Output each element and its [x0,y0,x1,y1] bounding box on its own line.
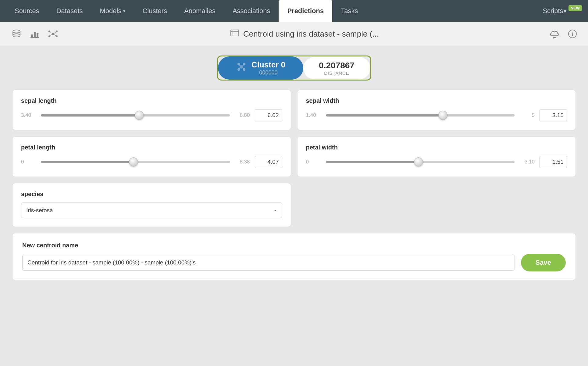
petal-width-thumb[interactable] [414,157,423,167]
svg-point-25 [240,65,243,69]
toolbar-cloud-icon[interactable] [548,27,561,40]
nav-item-datasets[interactable]: Datasets [48,0,91,22]
svg-line-33 [243,67,243,69]
sepal-length-card: sepal length 3.40 8.80 [12,90,291,130]
sepal-length-min: 3.40 [21,112,36,118]
svg-line-14 [50,34,52,36]
nav-item-clusters[interactable]: Clusters [134,0,176,22]
sepal-length-max: 8.80 [235,112,250,118]
distance-value: 0.207867 [315,61,358,70]
svg-point-8 [48,30,50,32]
nav-item-sources[interactable]: Sources [6,0,48,22]
toolbar-title: Centroid using iris dataset - sample (..… [60,28,548,40]
sepal-length-thumb[interactable] [135,111,144,120]
svg-point-7 [52,33,54,35]
save-button[interactable]: Save [521,254,566,271]
toolbar-title-icon [230,28,240,40]
nav-item-predictions[interactable]: Predictions [279,0,332,22]
petal-length-max: 8.38 [235,159,250,165]
toolbar-icons [9,27,60,41]
svg-line-15 [54,34,56,36]
cluster-pill[interactable]: Cluster 0 000000 [218,56,303,80]
centroid-title: New centroid name [22,242,566,249]
nav-item-anomalies[interactable]: Anomalies [176,0,224,22]
svg-rect-16 [231,30,239,36]
models-dropdown-arrow: ▾ [123,9,125,13]
svg-rect-5 [37,33,38,38]
new-badge: NEW [568,5,582,11]
nav-item-tasks[interactable]: Tasks [332,0,366,22]
distance-label: DISTANCE [315,70,358,76]
svg-rect-4 [34,32,36,38]
sepal-width-card: sepal width 1.40 5 [297,90,576,130]
petal-length-label: petal length [21,144,282,151]
svg-point-29 [243,68,245,71]
toolbar-title-text: Centroid using iris dataset - sample (..… [243,29,379,39]
svg-point-28 [237,68,240,71]
distance-pill: 0.207867 DISTANCE [303,57,370,79]
cluster-text: Cluster 0 000000 [251,60,285,76]
sepal-length-row: 3.40 8.80 [21,109,282,121]
prediction-result: Cluster 0 000000 0.207867 DISTANCE [12,56,576,81]
sepal-length-track[interactable] [41,114,230,117]
petal-length-fill [41,161,134,163]
petal-width-label: petal width [306,144,567,151]
cluster-name: Cluster 0 [251,60,285,70]
toolbar: Centroid using iris dataset - sample (..… [0,22,588,46]
sepal-width-track[interactable] [326,114,515,117]
nav-item-models[interactable]: Models ▾ [91,0,134,22]
sepal-width-input[interactable] [540,109,567,121]
nav-item-associations[interactable]: Associations [224,0,279,22]
svg-point-27 [243,63,245,65]
sepal-length-fill [41,114,139,117]
toolbar-right [548,27,579,40]
toolbar-db-icon[interactable] [9,27,24,41]
sepal-width-min: 1.40 [306,112,321,118]
sliders-grid: sepal length 3.40 8.80 sepal width 1.40 [12,90,576,177]
svg-point-10 [48,35,50,37]
petal-width-input[interactable] [540,156,567,168]
petal-length-row: 0 8.38 [21,156,282,168]
petal-width-track[interactable] [326,161,515,163]
petal-width-max: 3.10 [519,159,535,165]
petal-length-track[interactable] [41,161,230,163]
prediction-box: Cluster 0 000000 0.207867 DISTANCE [217,56,371,81]
svg-point-24 [572,32,573,33]
sepal-width-row: 1.40 5 [306,109,567,121]
toolbar-info-icon[interactable] [566,27,579,40]
petal-length-card: petal length 0 8.38 [12,136,291,177]
petal-width-card: petal width 0 3.10 [297,136,576,177]
petal-width-fill [326,161,419,163]
centroid-row: Save [22,254,566,271]
nav-bar: Sources Datasets Models ▾ Clusters Anoma… [0,0,588,22]
sepal-width-fill [326,114,443,117]
species-label: species [21,191,282,198]
toolbar-network-icon[interactable] [46,27,60,41]
species-select[interactable]: Iris-setosa Iris-versicolor Iris-virgini… [21,203,282,218]
centroid-name-input[interactable] [22,255,515,271]
petal-length-input[interactable] [255,156,282,168]
sepal-width-label: sepal width [306,97,567,104]
main-content: Cluster 0 000000 0.207867 DISTANCE sepal… [0,46,588,289]
svg-line-30 [240,65,240,66]
svg-point-0 [13,30,20,33]
sepal-length-label: sepal length [21,97,282,104]
toolbar-chart-icon[interactable] [27,27,42,41]
petal-length-thumb[interactable] [129,157,138,167]
svg-line-32 [240,67,240,69]
nav-scripts[interactable]: Scripts ▾ NEW [543,7,582,15]
svg-rect-3 [31,34,33,38]
svg-line-13 [54,32,56,33]
petal-width-row: 0 3.10 [306,156,567,168]
species-card: species Iris-setosa Iris-versicolor Iris… [12,183,291,227]
svg-point-9 [56,30,58,32]
centroid-section: New centroid name Save [12,233,576,280]
sepal-width-max: 5 [519,112,535,118]
svg-line-31 [243,65,243,66]
sepal-width-thumb[interactable] [438,111,447,120]
petal-width-min: 0 [306,159,321,165]
svg-point-26 [237,63,240,65]
sepal-length-input[interactable] [255,109,282,121]
cluster-icon [236,61,247,75]
cluster-id: 000000 [251,70,285,76]
